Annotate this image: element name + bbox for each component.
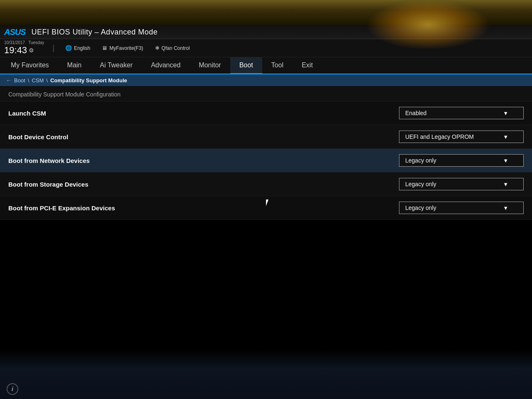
dropdown-arrow-icon: ▼ <box>503 205 508 211</box>
myfavorite-button[interactable]: 🖥 MyFavorite(F3) <box>99 44 145 52</box>
breadcrumb: ← Boot \ CSM \ Compatibility Support Mod… <box>0 74 532 86</box>
settings-icon[interactable]: ⚙ <box>29 47 34 54</box>
boot-device-control-value-container[interactable]: UEFI and Legacy OPROM ▼ <box>399 131 524 143</box>
nav-main[interactable]: Main <box>58 57 91 74</box>
boot-from-network-dropdown[interactable]: Legacy only ▼ <box>399 154 524 167</box>
breadcrumb-sep2: \ <box>46 77 48 84</box>
boot-from-network-label: Boot from Network Devices <box>8 157 90 164</box>
qfan-button[interactable]: ❄ Qfan Control <box>153 44 192 52</box>
boot-device-control-dropdown[interactable]: UEFI and Legacy OPROM ▼ <box>399 131 524 143</box>
header-info-bar: 10/31/2017 Tuesday 19:43 ⚙ | 🌐 English 🖥… <box>0 39 532 57</box>
nav-my-favorites[interactable]: My Favorites <box>2 57 58 74</box>
asus-logo: ASUS <box>4 27 26 37</box>
nav-advanced[interactable]: Advanced <box>142 57 190 74</box>
breadcrumb-boot[interactable]: Boot <box>14 77 25 84</box>
monitor-icon: 🖥 <box>102 45 107 51</box>
bios-header: ASUS UEFI BIOS Utility – Advanced Mode <box>0 25 532 39</box>
boot-from-storage-label: Boot from Storage Devices <box>8 181 89 188</box>
dropdown-arrow-icon: ▼ <box>503 110 508 116</box>
nav-boot[interactable]: Boot <box>230 57 262 74</box>
bottom-area: i <box>0 349 532 399</box>
breadcrumb-compatibility: Compatibility Support Module <box>50 77 127 84</box>
breadcrumb-sep1: \ <box>28 77 30 84</box>
globe-icon: 🌐 <box>65 45 72 51</box>
boot-device-control-label: Boot Device Control <box>8 133 68 140</box>
breadcrumb-csm[interactable]: CSM <box>32 77 44 84</box>
nav-monitor[interactable]: Monitor <box>190 57 230 74</box>
info-icon: i <box>7 383 18 395</box>
launch-csm-value-container[interactable]: Enabled ▼ <box>399 107 524 119</box>
setting-launch-csm[interactable]: Launch CSM Enabled ▼ <box>0 101 532 125</box>
date-display: 10/31/2017 Tuesday <box>4 40 44 45</box>
setting-boot-from-pcie[interactable]: Boot from PCI-E Expansion Devices Legacy… <box>0 196 532 220</box>
dropdown-arrow-icon: ▼ <box>503 181 508 187</box>
setting-boot-from-storage[interactable]: Boot from Storage Devices Legacy only ▼ <box>0 172 532 196</box>
header-divider: | <box>52 44 54 52</box>
boot-from-pcie-value-container[interactable]: Legacy only ▼ <box>399 202 524 214</box>
boot-from-pcie-label: Boot from PCI-E Expansion Devices <box>8 204 115 212</box>
boot-from-network-value-container[interactable]: Legacy only ▼ <box>399 154 524 167</box>
setting-boot-device-control[interactable]: Boot Device Control UEFI and Legacy OPRO… <box>0 125 532 149</box>
bios-title: UEFI BIOS Utility – Advanced Mode <box>32 28 158 37</box>
boot-from-storage-value-container[interactable]: Legacy only ▼ <box>399 178 524 190</box>
back-arrow[interactable]: ← <box>6 77 12 84</box>
launch-csm-label: Launch CSM <box>8 110 46 117</box>
nav-tool[interactable]: Tool <box>262 57 293 74</box>
fan-icon: ❄ <box>155 45 160 51</box>
launch-csm-dropdown[interactable]: Enabled ▼ <box>399 107 524 119</box>
nav-menu: My Favorites Main Ai Tweaker Advanced Mo… <box>0 57 532 74</box>
section-title: Compatibility Support Module Configurati… <box>0 86 532 101</box>
dropdown-arrow-icon: ▼ <box>503 134 508 140</box>
nav-ai-tweaker[interactable]: Ai Tweaker <box>91 57 142 74</box>
datetime-display: 10/31/2017 Tuesday 19:43 ⚙ <box>4 40 44 56</box>
language-button[interactable]: 🌐 English <box>63 44 93 52</box>
top-decorative-bar <box>0 0 532 25</box>
setting-boot-from-network[interactable]: Boot from Network Devices Legacy only ▼ <box>0 149 532 172</box>
boot-from-storage-dropdown[interactable]: Legacy only ▼ <box>399 178 524 190</box>
content-area: Compatibility Support Module Configurati… <box>0 86 532 220</box>
boot-from-pcie-dropdown[interactable]: Legacy only ▼ <box>399 202 524 214</box>
nav-exit[interactable]: Exit <box>293 57 322 74</box>
dropdown-arrow-icon: ▼ <box>503 158 508 164</box>
time-display: 19:43 ⚙ <box>4 45 34 56</box>
